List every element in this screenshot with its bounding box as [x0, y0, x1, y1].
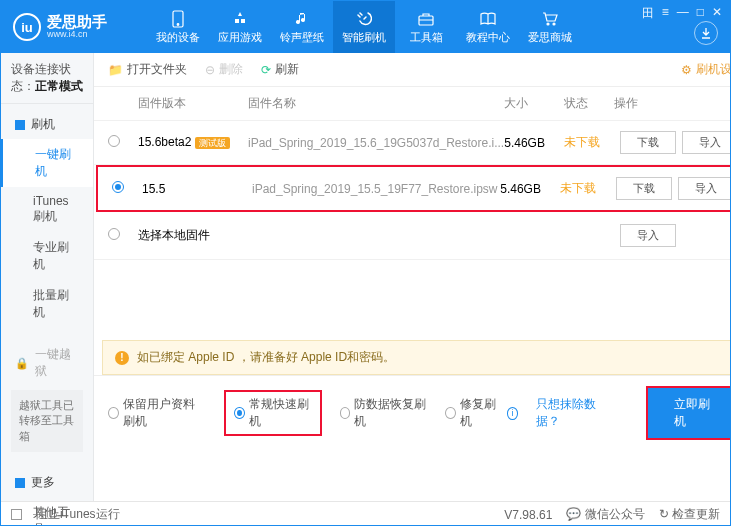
flash-icon [355, 10, 373, 28]
firmware-row[interactable]: 15.6beta2测试版 iPad_Spring_2019_15.6_19G50… [94, 121, 731, 165]
download-button[interactable]: 下载 [620, 131, 676, 154]
info-icon[interactable]: i [507, 407, 518, 420]
sidebar-item-batch[interactable]: 批量刷机 [1, 280, 93, 328]
apps-icon [231, 10, 249, 28]
mode-repair[interactable]: 修复刷机i [445, 396, 518, 430]
import-button[interactable]: 导入 [620, 224, 676, 247]
delete-icon: ⊖ [205, 63, 215, 77]
download-button[interactable]: 下载 [616, 177, 672, 200]
sidebar-group-flash[interactable]: 刷机 [1, 110, 93, 139]
version-label: V7.98.61 [504, 508, 552, 522]
grid-header: 固件版本 固件名称 大小 状态 操作 [94, 87, 731, 121]
nav-my-device[interactable]: 我的设备 [147, 1, 209, 53]
download-button[interactable] [694, 21, 718, 45]
mode-anti-recovery[interactable]: 防数据恢复刷机 [340, 396, 428, 430]
cart-icon [541, 10, 559, 28]
logo-icon: iu [13, 13, 41, 41]
wechat-link[interactable]: 💬 微信公众号 [566, 506, 644, 523]
import-button[interactable]: 导入 [682, 131, 731, 154]
menu-icon[interactable]: 田 [642, 5, 654, 22]
mode-normal[interactable]: 常规快速刷机 [224, 390, 321, 436]
block-itunes-checkbox[interactable] [11, 509, 22, 520]
firmware-row[interactable]: 15.5 iPad_Spring_2019_15.5_19F77_Restore… [96, 165, 731, 212]
jailbreak-note: 越狱工具已转移至工具箱 [11, 390, 83, 452]
import-button[interactable]: 导入 [678, 177, 731, 200]
square-icon [15, 478, 25, 488]
close-icon[interactable]: ✕ [712, 5, 722, 22]
refresh-button[interactable]: ⟳刷新 [261, 61, 299, 78]
music-icon [293, 10, 311, 28]
toolbox-icon [417, 10, 435, 28]
maximize-icon[interactable]: □ [697, 5, 704, 22]
nav-toolbox[interactable]: 工具箱 [395, 1, 457, 53]
sidebar-item-itunes[interactable]: iTunes刷机 [1, 187, 93, 232]
open-folder-button[interactable]: 📁打开文件夹 [108, 61, 187, 78]
svg-point-4 [553, 23, 555, 25]
sidebar-group-jailbreak[interactable]: 🔒一键越狱 [1, 340, 93, 386]
window-controls: 田 ≡ — □ ✕ [642, 5, 722, 22]
nav-tutorials[interactable]: 教程中心 [457, 1, 519, 53]
device-status: 设备连接状态：正常模式 [1, 53, 93, 104]
phone-icon [169, 10, 187, 28]
book-icon [479, 10, 497, 28]
radio-button[interactable] [108, 228, 120, 240]
mode-keep-data[interactable]: 保留用户资料刷机 [108, 396, 206, 430]
svg-point-1 [177, 23, 179, 25]
local-firmware-row[interactable]: 选择本地固件 导入 [94, 212, 731, 260]
app-logo: iu 爱思助手 www.i4.cn [13, 13, 107, 41]
svg-point-3 [547, 23, 549, 25]
square-icon [15, 120, 25, 130]
update-icon: ↻ [659, 507, 669, 521]
refresh-icon: ⟳ [261, 63, 271, 77]
radio-button[interactable] [108, 407, 119, 419]
radio-button[interactable] [340, 407, 351, 419]
app-name: 爱思助手 [47, 14, 107, 31]
radio-button[interactable] [108, 135, 120, 147]
nav-flash[interactable]: 智能刷机 [333, 1, 395, 53]
sidebar-item-oneclick[interactable]: 一键刷机 [1, 139, 93, 187]
sidebar-item-pro[interactable]: 专业刷机 [1, 232, 93, 280]
options-icon[interactable]: ≡ [662, 5, 669, 22]
minimize-icon[interactable]: — [677, 5, 689, 22]
nav-tabs: 我的设备 应用游戏 铃声壁纸 智能刷机 工具箱 教程中心 爱思商城 [147, 1, 581, 53]
lock-icon: 🔒 [15, 357, 29, 370]
flash-settings-button[interactable]: ⚙刷机设置 [681, 61, 731, 78]
flash-now-button[interactable]: 立即刷机 [646, 386, 731, 440]
wechat-icon: 💬 [566, 507, 581, 521]
radio-button[interactable] [112, 181, 124, 193]
folder-icon: 📁 [108, 63, 123, 77]
nav-apps[interactable]: 应用游戏 [209, 1, 271, 53]
delete-button[interactable]: ⊖删除 [205, 61, 243, 78]
sidebar-group-more[interactable]: 更多 [1, 468, 93, 497]
nav-ringtones[interactable]: 铃声壁纸 [271, 1, 333, 53]
warning-icon: ! [115, 351, 129, 365]
check-update-link[interactable]: ↻ 检查更新 [659, 506, 720, 523]
nav-store[interactable]: 爱思商城 [519, 1, 581, 53]
erase-data-link[interactable]: 只想抹除数据？ [536, 396, 610, 430]
radio-button[interactable] [234, 407, 245, 419]
app-url: www.i4.cn [47, 30, 107, 40]
radio-button[interactable] [445, 407, 456, 419]
warning-bar: ! 如已绑定 Apple ID ，请准备好 Apple ID和密码。 ✕ [102, 340, 731, 375]
gear-icon: ⚙ [681, 63, 692, 77]
